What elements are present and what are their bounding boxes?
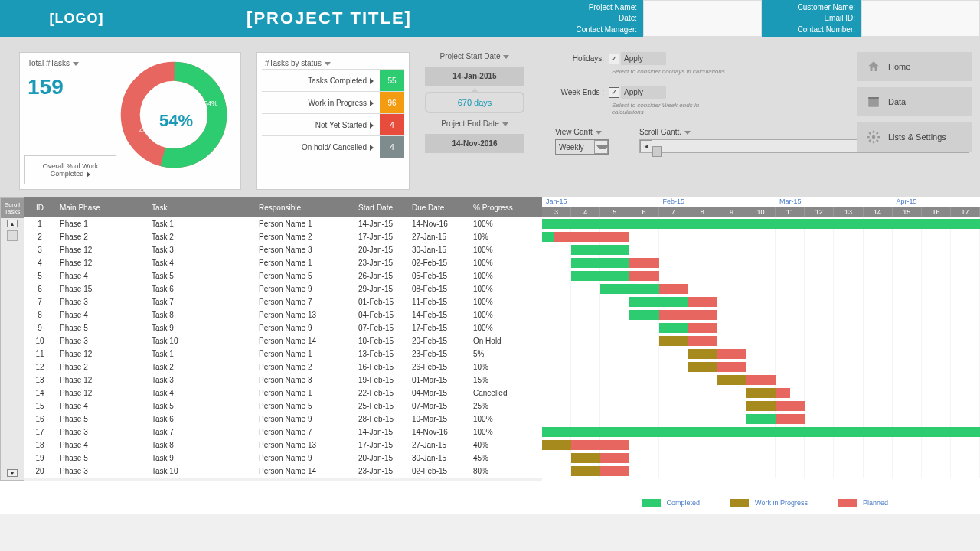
table-row[interactable]: 18Phase 4Task 8 Person Name 1317-Jan-152… bbox=[24, 439, 542, 452]
table-row[interactable]: 2Phase 2Task 2 Person Name 217-Jan-1527-… bbox=[24, 230, 542, 243]
gantt-bar[interactable] bbox=[600, 284, 658, 294]
gantt-bar[interactable] bbox=[542, 232, 554, 242]
table-row[interactable]: 3Phase 12Task 3 Person Name 320-Jan-1530… bbox=[24, 243, 542, 256]
col-prog[interactable]: % Progress bbox=[469, 197, 530, 217]
end-date-label[interactable]: Project End Date bbox=[425, 119, 524, 128]
gantt-bar[interactable] bbox=[688, 297, 717, 307]
gantt-bar[interactable] bbox=[629, 271, 658, 281]
status-row[interactable]: Tasks Completed 55 bbox=[262, 69, 404, 91]
status-row[interactable]: On hold/ Cancelled 4 bbox=[262, 135, 404, 158]
overall-percent-label[interactable]: Overall % of Work Completed bbox=[24, 155, 116, 184]
gantt-bar[interactable] bbox=[688, 362, 717, 372]
gantt-bar[interactable] bbox=[629, 297, 688, 307]
table-row[interactable]: 19Phase 5Task 9 Person Name 920-Jan-1530… bbox=[24, 452, 542, 465]
gantt-bar[interactable] bbox=[571, 271, 629, 281]
gantt-bar[interactable] bbox=[659, 323, 688, 333]
gantt-bar[interactable] bbox=[571, 258, 629, 268]
total-tasks-label[interactable]: Total #Tasks bbox=[24, 57, 116, 69]
status-title[interactable]: #Tasks by status bbox=[262, 57, 404, 69]
table-row[interactable]: 6Phase 15Task 6 Person Name 929-Jan-1508… bbox=[24, 282, 542, 295]
scroll-left-button[interactable]: ◄ bbox=[640, 140, 652, 152]
project-info-values[interactable] bbox=[643, 0, 762, 37]
gantt-bar[interactable] bbox=[776, 414, 805, 424]
weekends-apply[interactable]: Apply bbox=[621, 86, 666, 99]
table-row[interactable]: 8Phase 4Task 8 Person Name 1304-Feb-1514… bbox=[24, 308, 542, 321]
status-row[interactable]: Work in Progress 96 bbox=[262, 91, 404, 113]
col-id[interactable]: ID bbox=[24, 197, 55, 217]
gantt-bar[interactable] bbox=[554, 232, 629, 242]
gantt-bar[interactable] bbox=[542, 440, 571, 450]
view-mode-select[interactable]: Weekly bbox=[555, 139, 609, 155]
table-row[interactable]: 7Phase 3Task 7 Person Name 701-Feb-1511-… bbox=[24, 295, 542, 308]
gantt-bar[interactable] bbox=[571, 453, 600, 463]
table-row[interactable]: 15Phase 4Task 5 Person Name 525-Feb-1507… bbox=[24, 399, 542, 412]
scroll-tasks-column: Scroll Tasks ▲ ▼ bbox=[0, 197, 24, 481]
gantt-bar[interactable] bbox=[688, 336, 717, 346]
gantt-bar[interactable] bbox=[629, 310, 658, 320]
gantt-bar[interactable] bbox=[717, 349, 746, 359]
table-row[interactable]: 13Phase 12Task 3 Person Name 319-Feb-150… bbox=[24, 373, 542, 386]
nav-data-button[interactable]: Data bbox=[858, 87, 972, 116]
gantt-bar[interactable] bbox=[746, 414, 776, 424]
gantt-bar[interactable] bbox=[571, 440, 629, 450]
gantt-bar[interactable] bbox=[600, 466, 629, 476]
col-ddate[interactable]: Due Date bbox=[407, 197, 469, 217]
holidays-checkbox[interactable]: ✓ bbox=[609, 54, 619, 64]
table-row[interactable]: 1Phase 1Task 1 Person Name 114-Jan-1514-… bbox=[24, 217, 542, 230]
table-row[interactable]: 20Phase 3Task 10 Person Name 1423-Jan-15… bbox=[24, 465, 542, 478]
gantt-bar[interactable] bbox=[629, 258, 658, 268]
scroll-up-button[interactable]: ▲ bbox=[7, 220, 18, 227]
gantt-bar[interactable] bbox=[571, 466, 600, 476]
gantt-day-label: 4 bbox=[571, 207, 600, 217]
table-row[interactable]: 4Phase 12Task 4 Person Name 123-Jan-1502… bbox=[24, 256, 542, 269]
status-row[interactable]: Not Yet Started 4 bbox=[262, 113, 404, 135]
gantt-month-label: Apr-15 bbox=[893, 197, 980, 207]
gantt-row bbox=[542, 399, 980, 412]
start-date-label[interactable]: Project Start Date bbox=[425, 52, 524, 60]
gantt-bar[interactable] bbox=[688, 349, 717, 359]
gantt-bar[interactable] bbox=[571, 245, 629, 255]
gantt-bar[interactable] bbox=[746, 388, 776, 398]
table-row[interactable]: 12Phase 2Task 2 Person Name 216-Feb-1526… bbox=[24, 360, 542, 373]
col-resp[interactable]: Responsible bbox=[254, 197, 354, 217]
gantt-bar[interactable] bbox=[717, 362, 746, 372]
gantt-bar[interactable] bbox=[746, 401, 776, 411]
scroll-thumb[interactable] bbox=[652, 146, 662, 157]
gantt-bar[interactable] bbox=[659, 310, 717, 320]
gantt-day-label: 12 bbox=[805, 207, 834, 217]
table-row[interactable]: 10Phase 3Task 10 Person Name 1410-Feb-15… bbox=[24, 334, 542, 347]
gantt-bar[interactable] bbox=[776, 401, 805, 411]
customer-info-values[interactable] bbox=[861, 0, 980, 37]
nav-lists-button[interactable]: Lists & Settings bbox=[858, 122, 972, 152]
gantt-bar[interactable] bbox=[776, 388, 790, 398]
gantt-bar[interactable] bbox=[600, 453, 629, 463]
col-phase[interactable]: Main Phase bbox=[55, 197, 147, 217]
holidays-apply[interactable]: Apply bbox=[621, 52, 666, 65]
weekends-checkbox[interactable]: ✓ bbox=[609, 87, 619, 98]
scroll-down-button[interactable]: ▼ bbox=[7, 469, 18, 477]
scroll-thumb[interactable] bbox=[7, 230, 18, 241]
header-left: [LOGO] [PROJECT TITLE] bbox=[0, 0, 544, 37]
gantt-bar[interactable] bbox=[542, 219, 980, 229]
table-row[interactable]: 14Phase 12Task 4 Person Name 122-Feb-150… bbox=[24, 386, 542, 399]
nav-home-button[interactable]: Home bbox=[858, 52, 972, 81]
table-row[interactable]: 5Phase 4Task 5 Person Name 526-Jan-1505-… bbox=[24, 269, 542, 282]
gantt-row bbox=[542, 321, 980, 334]
table-row[interactable]: 17Phase 3Task 7 Person Name 714-Jan-1514… bbox=[24, 425, 542, 439]
gantt-bar[interactable] bbox=[717, 375, 746, 385]
gantt-row bbox=[542, 256, 980, 269]
gantt-row bbox=[542, 347, 980, 360]
gantt-bar[interactable] bbox=[688, 323, 717, 333]
scroll-tasks-label: Scroll Tasks bbox=[1, 198, 24, 218]
table-row[interactable]: 9Phase 5Task 9 Person Name 907-Feb-1517-… bbox=[24, 321, 542, 334]
table-row[interactable]: 16Phase 5Task 6 Person Name 928-Feb-1510… bbox=[24, 412, 542, 425]
view-gantt-label[interactable]: View Gantt bbox=[555, 128, 609, 136]
col-task[interactable]: Task bbox=[147, 197, 254, 217]
table-row[interactable]: 11Phase 12Task 1 Person Name 113-Feb-152… bbox=[24, 347, 542, 360]
gantt-bar[interactable] bbox=[746, 375, 776, 385]
gantt-row bbox=[542, 269, 980, 282]
gantt-bar[interactable] bbox=[659, 336, 688, 346]
gantt-bar[interactable] bbox=[659, 284, 688, 294]
gantt-bar[interactable] bbox=[542, 427, 980, 437]
col-sdate[interactable]: Start Date bbox=[354, 197, 407, 217]
